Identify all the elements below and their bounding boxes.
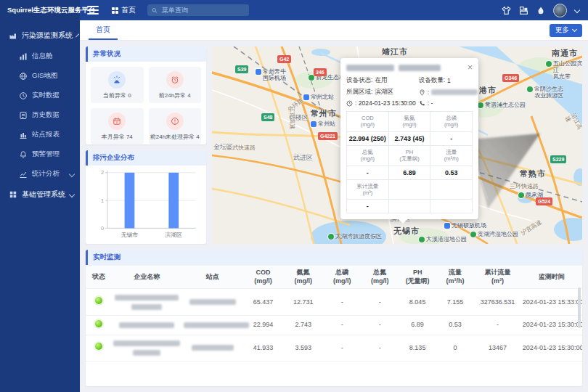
chevron-down-icon[interactable] (574, 7, 580, 13)
popup-title-redacted: × (346, 63, 473, 72)
sidebar-item-label: 站点报表 (32, 130, 60, 139)
warning-circle-icon (166, 113, 184, 130)
sidebar-group-label: 污染源监测系统 (22, 30, 73, 41)
popup-metric-header (430, 180, 473, 200)
value-cell: 2.743 (283, 315, 323, 335)
svg-text:0: 0 (101, 225, 104, 232)
value-cell: 3.593 (283, 335, 323, 361)
popup-metric-header: 氨氮(mg/l) (389, 112, 431, 132)
analysis-icon (19, 170, 28, 179)
sidebar-item[interactable]: 实时数据 (0, 86, 80, 105)
alert-icon (19, 150, 28, 159)
report-icon (19, 131, 28, 139)
svg-text:2: 2 (101, 169, 104, 176)
dashboard-icon (19, 52, 28, 61)
tab-home[interactable]: 首页 (89, 20, 118, 40)
chevron-down-icon (572, 27, 577, 32)
sidebar-item[interactable]: 站点报表 (0, 125, 80, 144)
value-cell: 6.89 (399, 315, 436, 335)
layout-panels-icon[interactable] (519, 6, 528, 15)
tab-home-label: 首页 (96, 25, 110, 35)
time-cell: 2024-01-23 15:33:00 (521, 289, 582, 315)
close-icon[interactable]: × (467, 63, 473, 72)
popup-metric-value: 22.994 (250) (347, 132, 389, 146)
status-cell (86, 315, 112, 335)
sidebar-item[interactable]: 预警管理 (0, 144, 80, 164)
stat-card[interactable]: 前24h异常 4 (149, 67, 202, 103)
sidebar-item-label: 历史数据 (32, 110, 60, 120)
menu-search[interactable] (147, 4, 249, 16)
analysis-icon (19, 170, 28, 179)
svg-text:无锡市: 无锡市 (121, 232, 139, 238)
page-content: 异常状况 当前异常 0前24h异常 4本月异常 74前24h未处理异常 4 排污… (80, 41, 588, 392)
app-logo[interactable]: Squirrel生态环境云服务平台 (0, 0, 80, 20)
popup-metric-header: COD(mg/l) (347, 112, 389, 132)
table-row[interactable]: 65.43712.731--8.0457.155327636.5312024-0… (86, 289, 582, 315)
column-header: COD(mg/l) (243, 266, 283, 289)
sidebar-item[interactable]: 历史数据 (0, 105, 80, 125)
hamburger-menu-icon[interactable] (87, 6, 99, 15)
table-row[interactable]: 22.9942.743--6.890.53-2024-01-23 15:30:0… (86, 315, 582, 335)
value-cell: 7.155 (436, 289, 474, 315)
more-button[interactable]: 更多 (550, 24, 582, 37)
station-cell (182, 315, 243, 335)
value-cell: 8.045 (399, 289, 436, 315)
svg-text:滨湖区: 滨湖区 (166, 232, 183, 238)
theme-skin-icon[interactable] (502, 6, 511, 15)
modules-icon (9, 190, 17, 199)
clock-icon (346, 100, 353, 107)
table-scrollbar[interactable] (578, 287, 581, 328)
stat-card[interactable]: 当前异常 0 (91, 67, 144, 103)
device-count: 设备数量:1 (419, 76, 478, 85)
sidebar-item[interactable]: 信息舱 (0, 46, 80, 66)
bar-chart: 012无锡市滨湖区 (86, 166, 206, 244)
stat-card-label: 前24h未处理异常 4 (150, 133, 200, 141)
abnormal-status-panel: 异常状况 当前异常 0前24h异常 4本月异常 74前24h未处理异常 4 (86, 46, 206, 144)
device-time: : 2024-01-23 15:30:00 (346, 99, 416, 107)
table-row[interactable]: 41.9333.593--8.1350134672024-01-23 15:30… (86, 335, 582, 361)
station-cell (182, 335, 243, 361)
realtime-monitor-panel: 实时监测 状态企业名称站点COD(mg/l)氨氮(mg/l)总磷(mg/l)总氮… (86, 250, 582, 386)
history-icon (19, 111, 28, 120)
popup-metric-header: 累计流量(m³) (347, 180, 389, 200)
value-cell: 327636.531 (474, 289, 521, 315)
calendar-alert-icon (108, 113, 126, 130)
popup-metrics-grid: COD(mg/l)氨氮(mg/l)总磷(mg/l)22.994 (250)2.7… (346, 111, 473, 213)
user-avatar[interactable] (553, 4, 567, 17)
panel-title-chart: 排污企业分布 (86, 150, 206, 166)
value-cell: - (361, 289, 399, 315)
device-region: 所属区域:滨湖区 (346, 88, 416, 97)
value-cell: - (323, 315, 361, 335)
stat-card-label: 当前异常 0 (103, 91, 131, 99)
calendar-alert-icon (113, 117, 121, 126)
map[interactable]: 靖江市南通市张家港市常州市常熟市无锡市钟楼区滨湖区金坛区武进区新龙生态林黄泗浦生… (212, 46, 582, 244)
value-cell: 0 (436, 335, 474, 361)
breadcrumb-home[interactable]: 首页 (121, 5, 136, 15)
value-cell: - (361, 315, 399, 335)
value-cell: 8.135 (399, 335, 436, 361)
chevron-down-icon (69, 171, 75, 176)
sidebar-item-label: 统计分析 (32, 169, 60, 179)
menu-search-input[interactable] (160, 6, 245, 15)
value-cell: 13467 (474, 335, 521, 361)
status-ok-dot (95, 320, 102, 327)
popup-metric-header: 总磷(mg/l) (430, 112, 473, 132)
sidebar-item[interactable]: GIS地图 (0, 66, 80, 86)
sidebar-group[interactable]: 基础管理系统 (0, 184, 80, 205)
value-cell: 22.994 (243, 315, 283, 335)
column-header: 累计流量(m³) (474, 266, 521, 289)
status-cell (86, 289, 112, 315)
stat-card[interactable]: 前24h未处理异常 4 (149, 108, 202, 144)
breadcrumb[interactable]: 首页 (112, 5, 136, 15)
column-header: 企业名称 (112, 266, 182, 289)
panel-title-abnormal: 异常状况 (86, 46, 206, 62)
flame-icon[interactable] (536, 6, 545, 15)
column-header: 监测时间 (521, 266, 582, 289)
column-header: 站点 (182, 266, 243, 289)
sidebar-group[interactable]: 污染源监测系统 (0, 25, 80, 46)
sidebar-item[interactable]: 统计分析 (0, 164, 80, 184)
stat-card[interactable]: 本月异常 74 (91, 108, 144, 144)
value-cell: 65.437 (243, 289, 283, 315)
company-name-cell (112, 315, 182, 335)
stat-card-label: 本月异常 74 (102, 133, 133, 141)
